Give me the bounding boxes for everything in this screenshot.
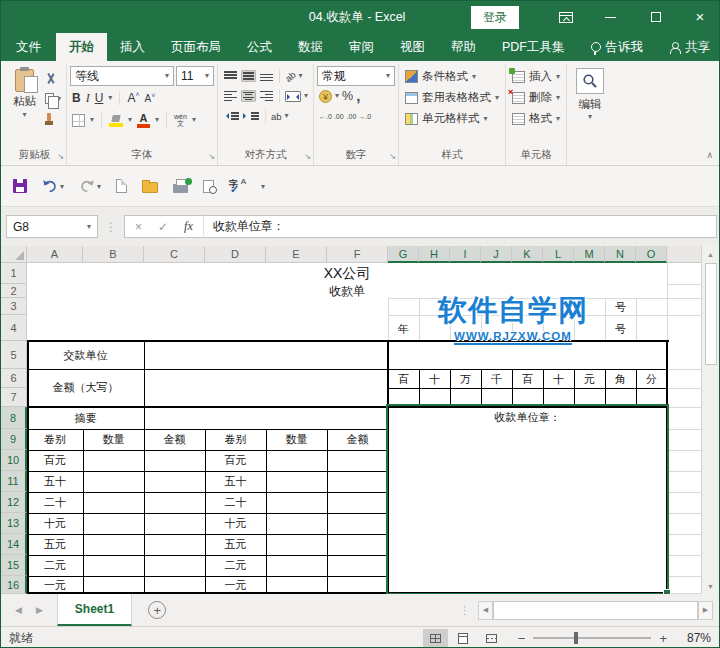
find-select-button[interactable]: [576, 68, 604, 94]
select-all-corner[interactable]: [1, 246, 27, 263]
cell-table-header[interactable]: 金额: [327, 430, 388, 449]
spelling-button[interactable]: 字A✓: [229, 179, 246, 194]
cell-no-row4[interactable]: 号: [605, 319, 636, 339]
wrap-text-button[interactable]: ab: [271, 111, 282, 122]
maximize-button[interactable]: [643, 1, 669, 33]
open-button[interactable]: [142, 179, 158, 193]
normal-view-button[interactable]: [423, 629, 448, 647]
column-header-l[interactable]: L: [543, 246, 574, 263]
grow-font-button[interactable]: A˄: [127, 91, 139, 105]
cell-year[interactable]: 年: [388, 319, 419, 339]
copy-button[interactable]: ▾: [43, 90, 63, 107]
cell-digit-header[interactable]: 千: [481, 370, 512, 388]
cell-digit-header[interactable]: 百: [388, 370, 419, 388]
cell-digit-header[interactable]: 角: [605, 370, 636, 388]
format-painter-button[interactable]: [43, 110, 63, 127]
cell-denomination[interactable]: 二元: [205, 556, 266, 575]
tab-home[interactable]: 开始: [56, 33, 107, 61]
vertical-scroll-thumb[interactable]: [705, 263, 717, 365]
align-top-button[interactable]: [223, 70, 238, 82]
cell-denomination[interactable]: 二十: [205, 493, 266, 512]
paste-button[interactable]: 粘贴 ▾: [6, 66, 43, 146]
cell-summary-label[interactable]: 摘要: [27, 407, 144, 429]
cell-denomination[interactable]: 二元: [27, 556, 83, 575]
delete-cells-button[interactable]: 删除▾: [509, 87, 563, 108]
tab-formulas[interactable]: 公式: [234, 33, 285, 61]
cell-digit-header[interactable]: 万: [450, 370, 481, 388]
format-as-table-button[interactable]: 套用表格格式▾: [402, 87, 502, 108]
minimize-button[interactable]: [597, 1, 623, 33]
insert-function-button[interactable]: fx: [184, 219, 193, 234]
row-header-6[interactable]: 6: [1, 369, 27, 388]
phonetic-guide-button[interactable]: wén文: [174, 113, 187, 127]
sheet-nav-right-icon[interactable]: ▶: [36, 605, 43, 615]
row-header-1[interactable]: 1: [1, 263, 27, 284]
font-size-select[interactable]: 11▾: [176, 66, 214, 86]
alignment-dialog-launcher-icon[interactable]: ↘: [304, 153, 311, 161]
row-header-4[interactable]: 4: [1, 315, 27, 341]
cell-styles-button[interactable]: 单元格样式▾: [402, 108, 502, 129]
cell-company-title[interactable]: XX公司: [27, 264, 667, 284]
cells-area[interactable]: XX公司 收款单 号 年 号 交款单位 金额（大写） 摘要 收款单位章： 百 十…: [27, 263, 703, 594]
formula-input[interactable]: 收款单位章：: [204, 215, 717, 238]
cell-denomination[interactable]: 十元: [205, 514, 266, 533]
italic-button[interactable]: I: [86, 91, 90, 106]
column-header-j[interactable]: J: [481, 246, 512, 263]
column-header-h[interactable]: H: [419, 246, 450, 263]
column-header-b[interactable]: B: [83, 246, 144, 263]
tab-review[interactable]: 审阅: [336, 33, 387, 61]
comma-style-button[interactable]: ,: [356, 91, 360, 101]
number-format-select[interactable]: 常规▾: [317, 66, 395, 86]
cell-table-header[interactable]: 金额: [144, 430, 205, 449]
sheet-nav-left-icon[interactable]: ◀: [15, 605, 22, 615]
column-header-c[interactable]: C: [144, 246, 205, 263]
selection-box[interactable]: [386, 404, 669, 594]
cell-denomination[interactable]: 百元: [27, 451, 83, 470]
insert-cells-button[interactable]: 插入▾: [509, 66, 563, 87]
row-header-3[interactable]: 3: [1, 298, 27, 315]
tab-insert[interactable]: 插入: [107, 33, 158, 61]
tab-view[interactable]: 视图: [387, 33, 438, 61]
add-sheet-button[interactable]: +: [148, 601, 166, 619]
cell-table-header[interactable]: 数量: [266, 430, 327, 449]
column-header-d[interactable]: D: [205, 246, 266, 263]
column-header-f[interactable]: F: [327, 246, 388, 263]
row-header-13[interactable]: 13: [1, 513, 27, 534]
column-header-o[interactable]: O: [636, 246, 667, 263]
share-button[interactable]: 共享: [656, 33, 720, 61]
cell-denomination[interactable]: 一元: [205, 577, 266, 593]
align-bottom-button[interactable]: [259, 70, 274, 82]
font-family-select[interactable]: 等线▾: [70, 66, 174, 86]
cell-denomination[interactable]: 一元: [27, 577, 83, 593]
scroll-left-icon[interactable]: ◀: [478, 601, 493, 620]
sheet-tab-sheet1[interactable]: Sheet1: [57, 594, 132, 626]
vertical-scrollbar[interactable]: ▲ ▼: [701, 246, 719, 594]
redo-button[interactable]: ▾: [79, 179, 101, 193]
align-left-button[interactable]: [223, 90, 238, 102]
tab-page-layout[interactable]: 页面布局: [158, 33, 234, 61]
font-dialog-launcher-icon[interactable]: ↘: [208, 153, 215, 161]
horizontal-scroll-thumb[interactable]: [493, 601, 698, 620]
undo-button[interactable]: ▾: [42, 179, 64, 193]
close-button[interactable]: ×: [687, 1, 713, 33]
cell-denomination[interactable]: 二十: [27, 493, 83, 512]
zoom-out-button[interactable]: −: [514, 631, 530, 646]
row-header-12[interactable]: 12: [1, 492, 27, 513]
tabbar-splitter-icon[interactable]: ⋮: [451, 604, 478, 617]
row-header-7[interactable]: 7: [1, 388, 27, 407]
row-header-9[interactable]: 9: [1, 429, 27, 450]
accounting-format-button[interactable]: ¥: [319, 90, 332, 103]
number-dialog-launcher-icon[interactable]: ↘: [389, 153, 396, 161]
cell-no-row3[interactable]: 号: [605, 299, 636, 315]
column-header-k[interactable]: K: [512, 246, 543, 263]
row-header-15[interactable]: 15: [1, 555, 27, 576]
orientation-button[interactable]: ab: [283, 68, 298, 83]
column-header-m[interactable]: M: [574, 246, 605, 263]
clipboard-dialog-launcher-icon[interactable]: ↘: [57, 153, 64, 161]
cell-digit-header[interactable]: 十: [419, 370, 450, 388]
fill-color-button[interactable]: [109, 114, 123, 127]
cell-payer-label[interactable]: 交款单位: [27, 341, 144, 369]
decrease-indent-button[interactable]: [223, 110, 240, 122]
conditional-formatting-button[interactable]: 条件格式▾: [402, 66, 502, 87]
align-middle-button[interactable]: [241, 70, 256, 82]
